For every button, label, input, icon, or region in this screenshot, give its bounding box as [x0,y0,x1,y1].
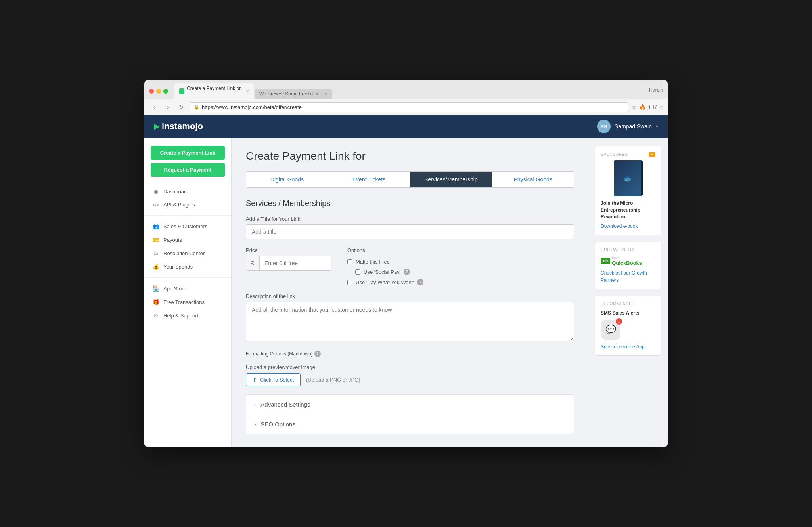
sidebar-buttons: Create a Payment Link Request a Payment [144,146,231,185]
price-label: Price [246,247,331,253]
tab-services-membership[interactable]: Services/Membership [410,172,492,187]
price-input[interactable] [260,256,331,270]
sidebar-item-help[interactable]: ⊙ Help & Support [144,309,231,322]
app-container: ▶ instamojo SS Sampad Swain ▾ Create a P… [144,115,668,447]
browser-toolbar: ‹ › ↻ 🔒 https://www.instamojo.com/beta/o… [144,99,668,115]
back-button[interactable]: ‹ [149,102,159,112]
upload-row: ⬆ Click To Select (Upload a PNG or JPG) [246,373,574,386]
browser-user: Hardik [649,87,663,95]
info-icon[interactable]: ℹ [648,104,650,110]
browser-tabs: Create a Payment Link on ... ✕ We Brewed… [174,83,332,99]
sidebar-item-sales[interactable]: 👥 Sales & Customers [144,220,231,233]
recommended-card: RECOMMENDED SMS Sales Alerts 💬 1 Subscri… [595,296,661,356]
lock-icon: 🔒 [194,105,199,110]
sponsored-label: SPONSORED P [601,152,655,157]
book-title: Join the Micro Entrepreneurship Revoluti… [601,200,655,220]
sidebar-divider-2 [144,277,231,278]
right-sidebar: SPONSORED P 🐟 Join the Micro Entrepreneu… [588,138,668,447]
option-social-checkbox[interactable] [355,269,360,275]
upload-button[interactable]: ⬆ Click To Select [246,373,301,386]
tab-label-active: Create a Payment Link on ... [187,86,243,97]
main-content: Create Payment Link for Digital Goods Ev… [232,138,588,447]
traffic-lights [149,89,168,94]
title-input[interactable] [246,224,574,239]
description-textarea[interactable] [246,302,574,341]
description-field-group: Description of the link [246,293,574,343]
description-label: Description of the link [246,293,574,299]
price-input-wrap: ₹ [246,256,331,271]
sponsored-badge: P [649,152,655,157]
appstore-icon: 🏪 [152,285,159,292]
upload-group: Upload a preview/cover image ⬆ Click To … [246,364,574,386]
sidebar-item-resolution[interactable]: ⚖ Resolution Center [144,246,231,260]
currency-symbol: ₹ [246,256,260,270]
partners-link[interactable]: Check out our Growth Partners [601,270,647,283]
option-free-checkbox[interactable] [347,259,352,264]
spends-icon: 💰 [152,264,159,270]
api-icon: </> [152,202,159,207]
tab-digital-goods[interactable]: Digital Goods [246,172,328,187]
user-profile[interactable]: SS Sampad Swain ▾ [597,120,658,133]
address-bar[interactable]: 🔒 https://www.instamojo.com/beta/offer/c… [190,102,628,112]
avatar: SS [597,120,611,133]
close-button[interactable] [149,89,154,94]
sidebar-nav: ▦ Dashboard </> API & Plugins 👥 Sales & … [144,185,231,328]
book-download-link[interactable]: Download e-book [601,223,638,229]
request-payment-button[interactable]: Request a Payment [151,163,225,177]
sms-subscribe-link[interactable]: Subscribe to the App! [601,344,646,349]
browser-titlebar: Create a Payment Link on ... ✕ We Brewed… [144,80,668,99]
browser-tab-2[interactable]: We Brewed Some Fresh Ex... ✕ [255,89,332,99]
tab-event-tickets[interactable]: Event Tickets [328,172,410,187]
option-free-row[interactable]: Make this Free [347,259,423,265]
refresh-button[interactable]: ↻ [176,102,186,112]
paywant-help-icon[interactable]: ? [417,279,423,285]
bookmark-icon[interactable]: f? [653,104,657,110]
social-help-icon[interactable]: ? [404,269,410,275]
tab-close-active[interactable]: ✕ [246,89,249,94]
option-paywant-checkbox[interactable] [347,280,352,285]
freetx-icon: 🎁 [152,299,159,305]
options-group: Options Make this Free Use 'Social Pay' … [347,247,423,285]
upload-label: Upload a preview/cover image [246,364,574,370]
option-paywant-label: Use 'Pay What You Want' [356,279,414,285]
option-social-row[interactable]: Use 'Social Pay' ? [347,269,423,275]
book-fish-icon: 🐟 [623,174,633,183]
chevron-down-icon[interactable]: ▾ [656,124,658,129]
option-paywant-row[interactable]: Use 'Pay What You Want' ? [347,279,423,285]
accordion-seo-options[interactable]: › SEO Options [246,414,574,434]
partners-logo: qb intuit QuickBooks [601,256,655,266]
sidebar-label-sales: Sales & Customers [163,223,207,229]
app-header: ▶ instamojo SS Sampad Swain ▾ [144,115,668,138]
formatting-help-icon[interactable]: ? [314,351,321,357]
quickbooks-name: QuickBooks [612,260,642,266]
chevron-right-seo-icon: › [254,421,256,427]
sidebar-item-freetx[interactable]: 🎁 Free Transactions [144,295,231,309]
dashboard-icon: ▦ [152,188,159,195]
sidebar-item-api[interactable]: </> API & Plugins [144,198,231,211]
sms-badge: 1 [616,318,622,325]
forward-button[interactable]: › [163,102,173,112]
sidebar-item-spends[interactable]: 💰 Your Spends [144,260,231,273]
browser-tab-active[interactable]: Create a Payment Link on ... ✕ [174,83,254,99]
formatting-options-link[interactable]: Formatting Options (Markdown) ? [246,351,574,357]
tab-label-2: We Brewed Some Fresh Ex... [259,91,322,97]
tab-close-2[interactable]: ✕ [324,92,327,96]
logo-arrow-icon: ▶ [154,122,159,131]
quickbooks-logo: qb [601,258,610,264]
accordion-advanced-settings[interactable]: › Advanced Settings [246,395,574,414]
maximize-button[interactable] [163,89,168,94]
sidebar-item-appstore[interactable]: 🏪 App Store [144,282,231,295]
logo-text: instamojo [162,121,203,132]
sidebar-divider-1 [144,215,231,216]
minimize-button[interactable] [156,89,161,94]
partners-label: OUR PARTNERS [601,248,655,252]
star-icon[interactable]: ☆ [632,104,637,110]
sidebar-item-payouts[interactable]: 💳 Payouts [144,233,231,246]
sidebar-item-dashboard[interactable]: ▦ Dashboard [144,185,231,198]
tab-physical-goods[interactable]: Physical Goods [492,172,574,187]
partners-card: OUR PARTNERS qb intuit QuickBooks Check … [595,242,661,289]
create-payment-link-button[interactable]: Create a Payment Link [151,146,225,160]
menu-icon[interactable]: ≡ [660,104,663,110]
fire-icon[interactable]: 🔥 [639,104,646,110]
sms-icon: 💬 [605,325,616,335]
